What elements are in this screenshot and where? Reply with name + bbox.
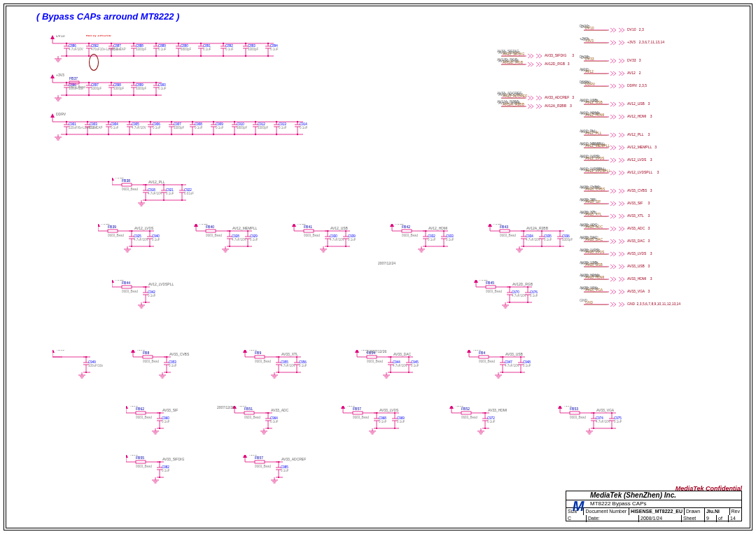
svg-text:FB41: FB41: [304, 225, 312, 229]
rev-label: Rev: [730, 508, 741, 515]
svg-text:0603_Bead: 0603_Bead: [402, 234, 419, 237]
svg-text:3: 3: [650, 276, 652, 281]
svg-marker-688: [341, 406, 345, 409]
svg-text:0603_Bead: 0603_Bead: [570, 416, 587, 419]
svg-rect-291: [108, 230, 118, 232]
svg-point-86: [267, 43, 269, 44]
svg-text:DV33: DV33: [627, 58, 636, 62]
svg-text:+3V3: +3V3: [56, 350, 64, 351]
svg-text:DV10: DV10: [56, 35, 65, 38]
svg-rect-722: [461, 412, 471, 414]
svg-text:0.1uF: 0.1uF: [411, 364, 419, 367]
svg-text:3: 3: [570, 104, 572, 108]
svg-text:0.1uF: 0.1uF: [158, 48, 167, 51]
svg-point-244: [297, 121, 298, 122]
svg-rect-745: [570, 412, 580, 414]
svg-point-71: [223, 55, 224, 57]
svg-point-629: [502, 372, 503, 373]
svg-marker-3: [50, 35, 55, 39]
svg-text:AV12_LVDSPLL: AV12_LVDSPLL: [148, 282, 174, 286]
svg-marker-525: [131, 350, 135, 353]
svg-text:3: 3: [650, 114, 652, 118]
svg-text:3: 3: [648, 289, 650, 293]
svg-text:2 2007/12/26: 2 2007/12/26: [366, 350, 386, 353]
svg-point-377: [345, 246, 346, 247]
svg-point-792: [159, 461, 160, 463]
svg-text:2,3,5: 2,3,5: [639, 83, 647, 87]
svg-text:+3V3: +3V3: [585, 38, 594, 43]
svg-text:AV12_PLL: AV12_PLL: [627, 132, 644, 136]
title-block: M MediaTek (ShenZhen) Inc. MT8222 Bypass…: [566, 491, 742, 521]
svg-text:AV33_HDMI: AV33_HDMI: [488, 408, 507, 412]
svg-text:0.1uF: 0.1uF: [203, 48, 211, 51]
svg-text:0.01uF: 0.01uF: [184, 192, 194, 195]
svg-marker-350: [292, 224, 296, 227]
svg-point-605: [408, 356, 410, 358]
svg-rect-528: [143, 356, 153, 358]
svg-point-707: [376, 428, 377, 429]
svg-text:0.1uF: 0.1uF: [299, 364, 307, 367]
svg-text:AV12_USB: AV12_USB: [627, 101, 645, 106]
svg-text:0603_Bead: 0603_Bead: [461, 416, 478, 419]
svg-text:3: 3: [650, 157, 652, 162]
svg-point-213: [213, 134, 214, 135]
svg-point-197: [171, 134, 172, 135]
svg-text:FB55: FB55: [136, 456, 144, 460]
svg-point-660: [159, 412, 160, 414]
svg-text:4.7uF/10V: 4.7uF/10V: [69, 48, 83, 51]
svg-text:0603_Bead: 0603_Bead: [244, 416, 261, 419]
svg-text:0.1uF: 0.1uF: [169, 364, 177, 367]
svg-text:0.1uF: 0.1uF: [162, 469, 170, 472]
svg-text:0.1uF: 0.1uF: [279, 126, 287, 129]
svg-text:FB8: FB8: [143, 351, 149, 355]
svg-rect-800: [255, 461, 265, 463]
svg-point-112: [88, 94, 90, 96]
svg-text:AV12_USB: AV12_USB: [585, 100, 603, 104]
svg-point-408: [443, 246, 444, 247]
svg-text:3: 3: [572, 53, 574, 57]
svg-text:FB52: FB52: [461, 407, 470, 411]
svg-text:2,3,5,6,7,8,9,10,11,12,13,14: 2,3,5,6,7,8,9,10,11,12,13,14: [637, 302, 681, 306]
svg-text:0.1uF: 0.1uF: [428, 238, 436, 241]
svg-point-566: [278, 356, 279, 358]
svg-text:6800pF: 6800pF: [181, 48, 192, 51]
svg-point-470: [145, 286, 146, 288]
svg-text:AV12D_RGB: AV12D_RGB: [512, 282, 533, 286]
svg-text:3: 3: [648, 226, 650, 230]
svg-point-815: [278, 461, 279, 463]
svg-point-376: [345, 230, 346, 232]
svg-text:2,3,6,7,11,13,14: 2,3,6,7,11,13,14: [639, 40, 664, 44]
date-value: 2008/1/24: [639, 515, 682, 522]
svg-text:4.7uF/10V: 4.7uF/10V: [148, 192, 162, 195]
svg-text:0603_Bead: 0603_Bead: [304, 234, 321, 237]
svg-text:AV33_XTL: AV33_XTL: [281, 352, 298, 356]
svg-point-165: [87, 134, 88, 135]
svg-text:AV12_LVDSPLL: AV12_LVDSPLL: [627, 170, 652, 174]
date-label: Date:: [587, 515, 639, 522]
svg-text:3: 3: [650, 251, 652, 255]
svg-point-119: [111, 82, 112, 83]
svg-point-431: [523, 246, 524, 247]
svg-point-598: [390, 372, 391, 373]
svg-text:4.7uF/10V: 4.7uF/10V: [132, 126, 146, 129]
svg-point-369: [327, 246, 328, 247]
svg-marker-506: [52, 350, 55, 353]
svg-point-544: [166, 372, 167, 373]
svg-marker-719: [449, 406, 454, 409]
svg-text:2,3: 2,3: [639, 27, 644, 31]
svg-marker-475: [474, 280, 478, 283]
svg-point-761: [593, 428, 594, 429]
svg-rect-613: [479, 356, 489, 358]
svg-text:3300pF: 3300pF: [248, 48, 259, 51]
svg-marker-145: [50, 113, 55, 118]
svg-point-220: [234, 121, 235, 122]
svg-text:FB4: FB4: [479, 351, 485, 355]
svg-text:0603_Bead: 0603_Bead: [136, 416, 153, 419]
docnum-value: HISENSE_MT8222_EU: [629, 508, 685, 515]
svg-text:FB57: FB57: [255, 456, 263, 460]
svg-rect-668: [244, 412, 254, 414]
svg-text:2007/12/26: 2007/12/26: [217, 406, 234, 409]
svg-marker-742: [558, 406, 562, 409]
svg-text:2: 2: [639, 71, 641, 75]
svg-marker-288: [98, 224, 100, 227]
